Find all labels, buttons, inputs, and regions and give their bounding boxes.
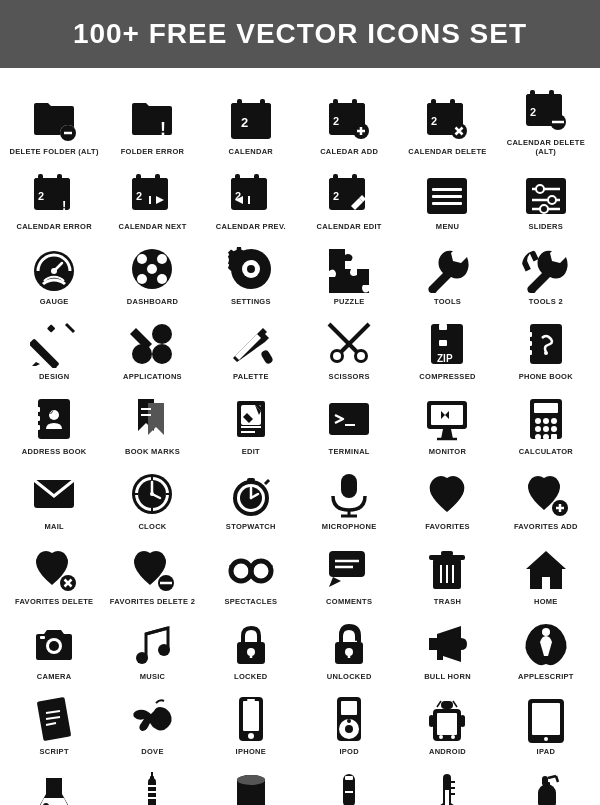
comments-icon (325, 545, 373, 593)
svg-point-162 (49, 641, 59, 651)
favorites-icon (423, 470, 471, 518)
list-item: MONITOR (398, 387, 496, 462)
monitor-icon (423, 395, 471, 443)
icon-label: ADDRESS BOOK (22, 447, 87, 456)
spectacles-icon (227, 545, 275, 593)
svg-rect-22 (530, 90, 535, 99)
applications-icon (128, 320, 176, 368)
list-item: iPHONE (202, 687, 300, 762)
icon-label: iPad (537, 747, 556, 756)
icon-label: CLOCK (138, 522, 166, 531)
svg-rect-49 (432, 195, 462, 198)
svg-point-179 (248, 733, 254, 739)
list-item: DESIGN (5, 312, 103, 387)
list-item: DASHBOARD (103, 237, 201, 312)
icon-label: EDIT (242, 447, 260, 456)
svg-rect-44 (333, 174, 338, 183)
icon-label: CALENDAR PREV. (216, 222, 286, 231)
icon-label: MUSIC (140, 672, 166, 681)
svg-rect-95 (34, 425, 40, 430)
list-item: ANDROID (398, 687, 496, 762)
svg-rect-87 (530, 324, 562, 364)
svg-point-75 (152, 344, 172, 364)
list-item: 2 CALENDAR NEXT (103, 162, 201, 237)
icon-label: BULL HORN (424, 672, 471, 681)
list-item: MENU (398, 162, 496, 237)
list-item: CYLINDER (202, 762, 300, 805)
svg-point-119 (535, 434, 541, 440)
icon-label: CALENDAR EDIT (317, 222, 382, 231)
icon-label: COMMENTS (326, 597, 372, 606)
svg-rect-89 (526, 341, 532, 346)
svg-point-73 (152, 324, 172, 344)
svg-line-140 (265, 480, 269, 484)
svg-point-69 (247, 265, 255, 273)
list-item: LOCKED (202, 612, 300, 687)
list-item: 2 CALENDAR (202, 78, 300, 162)
phone-book-icon (522, 320, 570, 368)
list-item: HOME (497, 537, 595, 612)
list-item: 2 CALENDAR DELETE (alt) (497, 78, 595, 162)
svg-rect-45 (352, 174, 357, 183)
scissors-icon (325, 320, 373, 368)
home-icon (522, 545, 570, 593)
icon-label: STOPWATCH (226, 522, 276, 531)
list-item: SETTINGS (202, 237, 300, 312)
list-item: BOOK MARKS (103, 387, 201, 462)
svg-rect-11 (352, 99, 357, 108)
svg-rect-94 (34, 416, 40, 421)
svg-line-72 (66, 324, 74, 332)
list-item: PHONE BOOK (497, 312, 595, 387)
icon-label: CALCULATOR (519, 447, 573, 456)
icon-label: FAVORITES DELETE (15, 597, 93, 606)
svg-rect-35 (155, 174, 160, 183)
icon-label: FAVORITES (425, 522, 470, 531)
svg-rect-121 (551, 434, 557, 440)
calendar-icon: 2 (227, 95, 275, 143)
list-item: GAUGE (5, 237, 103, 312)
svg-point-120 (543, 434, 549, 440)
svg-rect-40 (254, 174, 259, 183)
list-item: CLOCK (103, 462, 201, 537)
svg-point-147 (231, 561, 251, 581)
svg-rect-213 (345, 776, 353, 780)
svg-rect-152 (329, 551, 365, 577)
svg-rect-82 (439, 324, 447, 330)
svg-rect-222 (538, 784, 556, 805)
page-title: 100+ FREE VECTOR ICONS SET (0, 0, 600, 68)
svg-point-65 (137, 274, 147, 284)
icon-label: CALENDAR DELETE (alt) (501, 138, 591, 156)
svg-point-80 (357, 352, 365, 360)
svg-line-225 (556, 776, 558, 782)
svg-rect-202 (150, 776, 154, 782)
svg-point-74 (132, 344, 152, 364)
svg-rect-180 (247, 699, 255, 701)
svg-point-128 (150, 492, 154, 496)
applescript-icon (522, 620, 570, 668)
list-item: CALCULATOR (497, 387, 595, 462)
script-icon (30, 695, 78, 743)
svg-rect-163 (40, 636, 45, 639)
svg-point-57 (540, 205, 548, 213)
icon-label: TOOLS 2 (529, 297, 563, 306)
list-item: SPECTACLES (202, 537, 300, 612)
icon-label: ANDROID (429, 747, 466, 756)
puzzle-icon (325, 245, 373, 293)
list-item: TRASH (398, 537, 496, 612)
icon-label: DESIGN (39, 372, 70, 381)
header: 100+ FREE VECTOR ICONS SET (0, 0, 600, 68)
list-item: @ ADDRESS BOOK (5, 387, 103, 462)
svg-rect-112 (534, 403, 558, 413)
calendar-delete-alt-icon: 2 (522, 86, 570, 134)
dove-icon (128, 695, 176, 743)
svg-rect-187 (437, 713, 457, 735)
icon-label: FOLDER ERROR (121, 147, 185, 156)
icon-label: SLIDERS (529, 222, 564, 231)
menu-icon (423, 170, 471, 218)
svg-point-211 (237, 775, 265, 785)
list-item: TERMINAL (300, 387, 398, 462)
favorites-delete-icon (30, 545, 78, 593)
favorites-add-icon (522, 470, 570, 518)
list-item: COMMENTS (300, 537, 398, 612)
icon-label: APPLESCRIPT (518, 672, 574, 681)
